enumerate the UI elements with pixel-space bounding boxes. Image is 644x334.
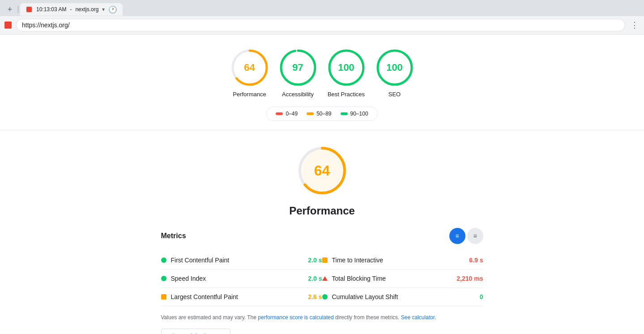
address-bar[interactable]: https://nextjs.org/: [16, 19, 625, 31]
best-practices-circle: 100: [327, 48, 366, 87]
browser-chrome: + 10:13:03 AM - nextjs.org ▾ 🕐 https://n…: [0, 0, 644, 34]
metrics-header: Metrics ≡ ≡: [161, 228, 483, 244]
detail-performance-title: Performance: [289, 205, 355, 217]
metric-row-tbt: Total Blocking Time 2,210 ms: [322, 270, 483, 288]
note-text-mid: directly from these metrics.: [334, 314, 400, 321]
tab-bar: + 10:13:03 AM - nextjs.org ▾ 🕐: [0, 0, 644, 16]
best-practices-label: Best Practices: [328, 91, 365, 98]
metric-row-si: Speed Index 2.0 s: [161, 270, 322, 288]
score-item-seo[interactable]: 100 SEO: [375, 48, 414, 98]
cls-name: Cumulative Layout Shift: [332, 293, 475, 300]
lcp-value: 2.6 s: [308, 293, 322, 300]
cls-value: 0: [480, 293, 483, 300]
grid-view-button[interactable]: ≡: [449, 228, 465, 244]
seo-circle: 100: [375, 48, 414, 87]
score-summary: 64 Performance 97 Accessibility: [0, 34, 644, 130]
tti-value: 6.9 s: [469, 257, 483, 264]
legend-dot-orange: [307, 112, 314, 115]
metrics-left-column: First Contentful Paint 2.0 s Speed Index…: [161, 251, 322, 306]
tab-title: nextjs.org: [75, 6, 98, 13]
legend-dot-red: [276, 112, 283, 115]
performance-score-link[interactable]: performance score is calculated: [258, 314, 333, 321]
legend-item-red: 0–49: [276, 111, 298, 117]
tab-item[interactable]: 10:13:03 AM - nextjs.org ▾ 🕐: [20, 3, 123, 16]
legend-label-orange: 50–89: [316, 111, 331, 117]
score-item-performance[interactable]: 64 Performance: [230, 48, 269, 98]
lcp-name: Largest Contentful Paint: [171, 293, 304, 300]
fcp-name: First Contentful Paint: [171, 257, 304, 264]
url-text: https://nextjs.org/: [22, 21, 70, 29]
metrics-note-container: Values are estimated and may vary. The p…: [161, 313, 483, 334]
seo-score: 100: [386, 62, 403, 73]
metrics-title: Metrics: [161, 232, 186, 240]
si-indicator: [161, 276, 166, 281]
tbt-indicator: [322, 276, 328, 281]
detail-performance-score: 64: [314, 163, 330, 179]
legend-label-red: 0–49: [286, 111, 298, 117]
detail-performance-circle: 64: [295, 144, 349, 197]
cls-indicator: [322, 294, 328, 300]
site-favicon: [4, 21, 13, 30]
metric-row-fcp: First Contentful Paint 2.0 s: [161, 251, 322, 270]
score-item-accessibility[interactable]: 97 Accessibility: [278, 48, 318, 98]
metrics-grid: First Contentful Paint 2.0 s Speed Index…: [161, 251, 483, 306]
list-view-icon: ≡: [473, 232, 477, 240]
score-circles: 64 Performance 97 Accessibility: [230, 48, 414, 98]
lcp-indicator: [161, 294, 166, 300]
metrics-note: Values are estimated and may vary. The p…: [161, 313, 483, 321]
accessibility-circle: 97: [278, 48, 318, 87]
tab-dropdown-icon[interactable]: ▾: [102, 6, 105, 13]
metric-row-cls: Cumulative Layout Shift 0: [322, 288, 483, 306]
accessibility-label: Accessibility: [282, 91, 314, 98]
fcp-indicator: [161, 257, 166, 263]
legend-label-green: 90–100: [350, 111, 368, 117]
detail-section: 64 Performance Metrics ≡ ≡: [0, 130, 644, 334]
nav-bar: https://nextjs.org/ ⋮: [0, 16, 644, 34]
score-item-best-practices[interactable]: 100 Best Practices: [327, 48, 366, 98]
si-name: Speed Index: [171, 275, 304, 282]
view-trace-button[interactable]: View Original Trace: [161, 329, 230, 334]
tab-time: 10:13:03 AM: [36, 6, 66, 13]
see-calculator-link[interactable]: See calculator.: [401, 314, 436, 321]
tbt-value: 2,210 ms: [456, 275, 483, 282]
metrics-right-column: Time to Interactive 6.9 s Total Blocking…: [322, 251, 483, 306]
grid-view-icon: ≡: [455, 232, 459, 240]
performance-score: 64: [244, 62, 255, 73]
performance-label: Performance: [233, 91, 266, 98]
performance-circle: 64: [230, 48, 269, 87]
metrics-section: Metrics ≡ ≡ First Contentful Paint: [161, 228, 483, 334]
browser-menu-button[interactable]: ⋮: [629, 18, 640, 32]
si-value: 2.0 s: [308, 275, 322, 282]
metrics-view-toggle: ≡ ≡: [449, 228, 483, 244]
accessibility-score: 97: [292, 62, 303, 73]
list-view-button[interactable]: ≡: [467, 228, 483, 244]
best-practices-score: 100: [338, 62, 354, 73]
legend-item-orange: 50–89: [307, 111, 331, 117]
seo-label: SEO: [388, 91, 401, 98]
metric-row-tti: Time to Interactive 6.9 s: [322, 251, 483, 270]
metric-row-lcp: Largest Contentful Paint 2.6 s: [161, 288, 322, 306]
new-tab-button[interactable]: +: [4, 3, 16, 16]
tti-indicator: [322, 257, 328, 263]
favicon: [4, 21, 12, 29]
score-legend: 0–49 50–89 90–100: [266, 107, 377, 121]
page-content: 64 Performance 97 Accessibility: [0, 34, 644, 334]
tab-clock-icon: 🕐: [108, 5, 117, 14]
tti-name: Time to Interactive: [332, 257, 465, 264]
tab-separator: -: [70, 6, 72, 13]
tbt-name: Total Blocking Time: [332, 275, 452, 282]
legend-item-green: 90–100: [341, 111, 368, 117]
favicon-icon: [26, 7, 32, 12]
tab-favicon: [26, 6, 33, 13]
fcp-value: 2.0 s: [308, 257, 322, 264]
legend-dot-green: [341, 112, 348, 115]
tab-divider: [18, 6, 18, 13]
note-text-before: Values are estimated and may vary. The: [161, 314, 258, 321]
